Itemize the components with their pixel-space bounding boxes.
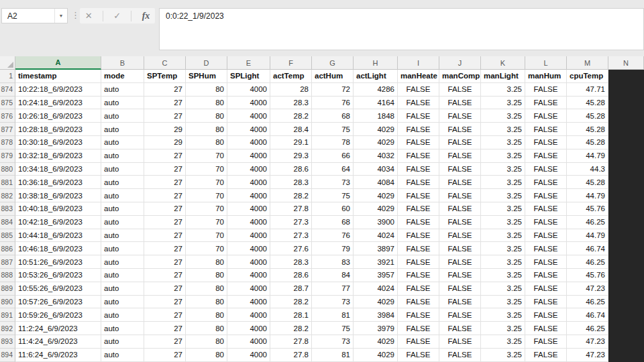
cell[interactable]: 3.25: [481, 282, 525, 296]
cell[interactable]: 27: [144, 83, 186, 97]
column-header-B[interactable]: B: [101, 56, 144, 70]
cell[interactable]: 28.3: [270, 176, 312, 189]
cell[interactable]: 47.23: [567, 282, 608, 296]
select-all-corner[interactable]: [0, 56, 15, 70]
cell[interactable]: 3897: [354, 242, 398, 255]
row-number[interactable]: 894: [0, 349, 15, 362]
cell[interactable]: 10:42:18_6/9/2023: [15, 216, 101, 229]
cell[interactable]: 4000: [227, 296, 270, 309]
cell[interactable]: FALSE: [525, 255, 567, 269]
row-number[interactable]: 877: [0, 123, 15, 136]
cell[interactable]: 45.28: [567, 97, 608, 110]
cell[interactable]: 4164: [354, 97, 398, 110]
cell[interactable]: FALSE: [439, 308, 481, 322]
cell[interactable]: 66: [312, 149, 354, 163]
cell[interactable]: 68: [312, 109, 354, 123]
cell[interactable]: 60: [312, 202, 354, 216]
cell[interactable]: 4000: [227, 216, 270, 229]
cell[interactable]: FALSE: [439, 269, 481, 282]
cell[interactable]: 4000: [227, 123, 270, 136]
cell[interactable]: FALSE: [525, 123, 567, 136]
row-number[interactable]: 1: [0, 70, 15, 83]
cell[interactable]: 27: [144, 229, 186, 243]
cell[interactable]: 3.25: [481, 322, 525, 335]
cell[interactable]: 3.25: [481, 335, 525, 349]
column-header-K[interactable]: K: [481, 56, 525, 70]
column-header-F[interactable]: F: [270, 56, 312, 70]
cell[interactable]: FALSE: [525, 202, 567, 216]
cell[interactable]: auto: [101, 123, 144, 136]
row-number[interactable]: 878: [0, 136, 15, 149]
cell[interactable]: 28.7: [270, 282, 312, 296]
cell[interactable]: 81: [312, 308, 354, 322]
cell[interactable]: 4000: [227, 202, 270, 216]
row-number[interactable]: 889: [0, 282, 15, 296]
cell[interactable]: FALSE: [525, 97, 567, 110]
cell[interactable]: 27: [144, 335, 186, 349]
cell[interactable]: FALSE: [439, 176, 481, 189]
cell[interactable]: 76: [312, 97, 354, 110]
cell[interactable]: timestamp: [15, 70, 101, 83]
formula-input[interactable]: 0:0:22_1/9/2023: [159, 8, 644, 50]
cell[interactable]: 47.23: [567, 349, 608, 362]
cell[interactable]: FALSE: [439, 83, 481, 97]
cell[interactable]: FALSE: [398, 349, 439, 362]
cell[interactable]: 3984: [354, 308, 398, 322]
cell[interactable]: 27: [144, 216, 186, 229]
cell[interactable]: SPHum: [186, 70, 227, 83]
cell[interactable]: 28: [270, 83, 312, 97]
cell[interactable]: 46.25: [567, 216, 608, 229]
cell[interactable]: 27: [144, 255, 186, 269]
cell[interactable]: 10:38:18_6/9/2023: [15, 189, 101, 202]
cell[interactable]: 27: [144, 242, 186, 255]
cell[interactable]: 27: [144, 163, 186, 176]
cell[interactable]: 45.28: [567, 136, 608, 149]
cell[interactable]: 4024: [354, 282, 398, 296]
cell[interactable]: FALSE: [525, 269, 567, 282]
cell[interactable]: auto: [101, 242, 144, 255]
cell[interactable]: 80: [186, 83, 227, 97]
cell[interactable]: manHum: [525, 70, 567, 83]
cell[interactable]: 46.25: [567, 255, 608, 269]
cell[interactable]: 3.25: [481, 136, 525, 149]
cell[interactable]: 27: [144, 149, 186, 163]
cell[interactable]: 28.4: [270, 123, 312, 136]
cell[interactable]: 27: [144, 269, 186, 282]
cell[interactable]: FALSE: [439, 335, 481, 349]
cell[interactable]: FALSE: [525, 83, 567, 97]
cell[interactable]: 83: [312, 255, 354, 269]
column-header-A[interactable]: A: [15, 56, 101, 70]
cell[interactable]: 46.25: [567, 296, 608, 309]
cell[interactable]: 4029: [354, 123, 398, 136]
cell[interactable]: 4024: [354, 229, 398, 243]
cell[interactable]: 3921: [354, 255, 398, 269]
cell[interactable]: 46.74: [567, 308, 608, 322]
cell[interactable]: FALSE: [525, 176, 567, 189]
cell[interactable]: 4000: [227, 269, 270, 282]
cell[interactable]: 3.25: [481, 176, 525, 189]
enter-icon[interactable]: ✓: [113, 11, 121, 21]
cell[interactable]: auto: [101, 149, 144, 163]
row-number[interactable]: 881: [0, 176, 15, 189]
cell[interactable]: 47.23: [567, 335, 608, 349]
cell[interactable]: 80: [186, 296, 227, 309]
cell[interactable]: auto: [101, 163, 144, 176]
cell[interactable]: 45.76: [567, 202, 608, 216]
cell[interactable]: 80: [186, 97, 227, 110]
cell[interactable]: 45.28: [567, 109, 608, 123]
cell[interactable]: mode: [101, 70, 144, 83]
row-number[interactable]: 879: [0, 149, 15, 163]
cell[interactable]: FALSE: [398, 322, 439, 335]
cell[interactable]: FALSE: [525, 149, 567, 163]
cell[interactable]: 28.2: [270, 322, 312, 335]
cell[interactable]: FALSE: [525, 242, 567, 255]
cell[interactable]: 3.25: [481, 308, 525, 322]
cell[interactable]: actHum: [312, 70, 354, 83]
cell[interactable]: 4000: [227, 136, 270, 149]
cell[interactable]: 45.76: [567, 269, 608, 282]
cell[interactable]: 3957: [354, 269, 398, 282]
cell[interactable]: SPLight: [227, 70, 270, 83]
cell[interactable]: 10:28:18_6/9/2023: [15, 123, 101, 136]
cell[interactable]: 3.25: [481, 149, 525, 163]
cell[interactable]: FALSE: [525, 349, 567, 362]
